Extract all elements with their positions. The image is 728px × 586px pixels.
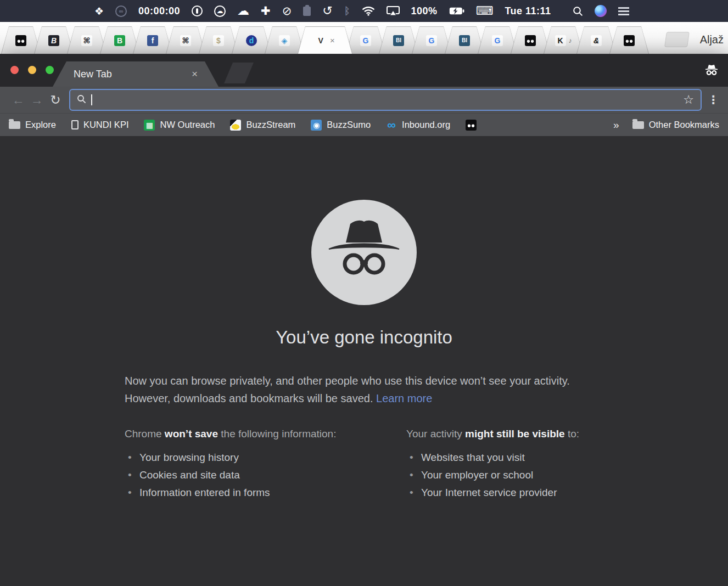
intro-text: Now you can browse privately, and other … <box>125 375 570 404</box>
list-item: Information entered in forms <box>125 484 406 502</box>
bookmark-buzzstream[interactable]: BuzzStream <box>230 120 295 131</box>
bi-favicon: BI <box>459 35 470 46</box>
ampersand-tab[interactable]: & <box>576 26 616 54</box>
other-bookmarks-folder[interactable]: Other Bookmarks <box>632 120 719 130</box>
bi-tab[interactable]: BI <box>379 26 418 54</box>
time-machine-icon[interactable]: ↺ <box>322 4 332 18</box>
background-new-tab-button[interactable] <box>664 32 690 47</box>
google-favicon: G <box>492 35 503 46</box>
tab-content <box>2 27 40 54</box>
plus-badge-icon[interactable]: ✚ <box>261 4 271 18</box>
battery-charging-icon[interactable] <box>449 7 464 15</box>
keyboard-icon[interactable]: ⌨ <box>476 4 494 18</box>
password-keyhole-icon[interactable] <box>192 5 203 16</box>
knot-tab[interactable]: ⌘ <box>67 26 107 54</box>
bookmarks-right: » Other Bookmarks <box>613 119 719 131</box>
forward-button[interactable]: → <box>27 94 46 106</box>
tab-content: BI <box>445 27 484 54</box>
other-bookmarks-label: Other Bookmarks <box>649 120 719 130</box>
bi-favicon: BI <box>393 35 404 46</box>
bookmark-label: Inbound.org <box>402 120 450 130</box>
google-favicon: G <box>360 35 371 46</box>
k-audio-tab[interactable]: K♪ <box>544 26 583 54</box>
list-item: Websites that you visit <box>406 449 603 466</box>
owl-tab[interactable] <box>511 26 550 54</box>
bookmark-inbound-org[interactable]: ∞Inbound.org <box>386 120 450 131</box>
incognito-spy-icon <box>311 200 417 307</box>
new-tab-button[interactable] <box>224 63 254 83</box>
wont-save-heading: Chrome won’t save the following informat… <box>125 428 406 440</box>
google-tab[interactable]: G <box>346 26 385 54</box>
bookmarks-overflow-chevron[interactable]: » <box>613 119 619 131</box>
bookmark-nw-outreach[interactable]: ▦NW Outreach <box>144 120 215 131</box>
background-window-tab-strip: B⌘Bf⌘$d◈V×GBIGBIGK♪& Aljaž <box>0 22 728 54</box>
cloud-outline-icon[interactable]: ☁ <box>237 4 249 18</box>
b-green-tab[interactable]: B <box>100 26 139 54</box>
bookmark-explore[interactable]: Explore <box>9 120 56 130</box>
timer-label[interactable]: 00:00:00 <box>138 5 180 17</box>
battery-percent-label: 100% <box>411 5 438 17</box>
spotlight-search-icon[interactable] <box>573 6 583 16</box>
bookmark-label: BuzzSumo <box>327 120 371 130</box>
wifi-icon[interactable] <box>362 7 375 16</box>
tab-content: G <box>346 27 385 54</box>
zoom-window-button[interactable] <box>46 66 54 74</box>
reload-button[interactable]: ↻ <box>46 94 65 106</box>
owl-favicon <box>15 35 26 46</box>
diamond-tab[interactable]: ◈ <box>265 26 304 54</box>
google-tab[interactable]: G <box>412 26 451 54</box>
chrome-menu-button[interactable]: ⋮ <box>707 93 719 106</box>
bookmark-buzzsumo[interactable]: ◉BuzzSumo <box>311 120 371 131</box>
close-window-button[interactable] <box>10 66 19 74</box>
wont-save-list: Your browsing historyCookies and site da… <box>125 449 406 502</box>
siri-icon[interactable] <box>595 5 607 17</box>
tab-content: BI <box>379 27 418 54</box>
bookmarks-bar: ExploreKUNDI KPI▦NW OutreachBuzzStream◉B… <box>0 113 728 136</box>
bookmark-label: BuzzStream <box>246 120 295 130</box>
bluetooth-icon[interactable]: ᛒ <box>344 5 350 17</box>
bi-tab[interactable]: BI <box>445 26 484 54</box>
learn-more-link[interactable]: Learn more <box>376 392 432 404</box>
profile-button[interactable]: Aljaž <box>700 33 724 46</box>
owl-tab[interactable] <box>609 26 649 54</box>
owl-tab[interactable] <box>1 26 41 54</box>
tab-title: New Tab <box>74 69 112 80</box>
google-tab[interactable]: G <box>478 26 517 54</box>
incognito-page: You’ve gone incognito Now you can browse… <box>0 136 728 586</box>
intro-paragraph: Now you can browse privately, and other … <box>125 372 603 407</box>
incognito-badge-icon <box>703 63 720 78</box>
omnibox[interactable]: ☆ <box>69 89 702 111</box>
d-circle-tab[interactable]: d <box>232 26 271 54</box>
tab-content: & <box>577 27 615 54</box>
background-tab-strip-tabs: B⌘Bf⌘$d◈V×GBIGBIGK♪& <box>0 25 642 54</box>
tab-content: f <box>133 27 172 54</box>
circle-slash-icon[interactable]: ⊘ <box>282 4 292 18</box>
notification-center-icon[interactable] <box>618 7 629 9</box>
dollar-tab[interactable]: $ <box>199 26 238 54</box>
facebook-tab[interactable]: f <box>133 26 172 54</box>
close-tab-icon[interactable]: × <box>192 68 198 80</box>
still-visible-heading: Your activity might still be visible to: <box>406 428 603 440</box>
tab-content: G <box>478 27 517 54</box>
knot-tab[interactable]: ⌘ <box>166 26 205 54</box>
cloud-circle-icon[interactable]: ☁ <box>214 5 226 17</box>
back-button[interactable]: ← <box>9 94 27 106</box>
tab-content <box>511 27 550 54</box>
minimize-window-button[interactable] <box>28 66 36 74</box>
bookmark-star-icon[interactable]: ☆ <box>683 93 694 107</box>
clipboard-icon[interactable] <box>303 7 311 16</box>
bookmark-owl[interactable] <box>466 120 477 131</box>
active-v-tab[interactable]: V× <box>298 26 352 54</box>
bookmark-kundi-kpi[interactable]: KUNDI KPI <box>71 120 129 130</box>
creative-cloud-icon[interactable]: ∞ <box>115 5 127 17</box>
new-tab-tab[interactable]: New Tab × <box>53 61 219 87</box>
bookmark-label: KUNDI KPI <box>83 120 129 130</box>
b-dark-tab[interactable]: B <box>34 26 74 54</box>
clock-label[interactable]: Tue 11:11 <box>505 5 551 17</box>
diamond-favicon: ◈ <box>279 35 290 46</box>
tab-content: ⌘ <box>68 27 106 54</box>
address-input[interactable] <box>97 94 678 105</box>
close-tab-icon[interactable]: × <box>330 36 335 45</box>
dropbox-icon[interactable]: ❖ <box>94 5 104 18</box>
airplay-icon[interactable] <box>387 6 400 16</box>
